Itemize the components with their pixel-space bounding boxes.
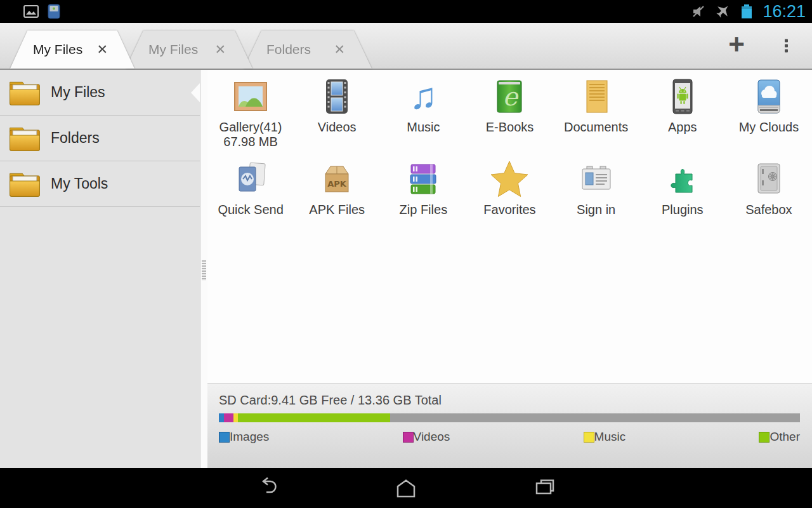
storage-legend: Images Videos Music Other	[219, 430, 800, 444]
grid-item-label: My Clouds	[739, 120, 799, 135]
svg-text:APK: APK	[327, 179, 347, 189]
grid-item-label: Music	[407, 120, 440, 135]
apk-files-icon: APK	[317, 159, 357, 199]
android-nav-bar	[0, 468, 812, 508]
music-icon: ♫	[403, 76, 443, 117]
tab-bar: My Files ✕ My Files ✕ Folders ✕ +	[0, 23, 812, 70]
grid-item-videos[interactable]: Videos	[294, 75, 380, 157]
documents-icon	[576, 76, 617, 117]
grid-item-apk-files[interactable]: APK APK Files	[294, 157, 380, 240]
home-button[interactable]	[395, 477, 417, 500]
folder-icon	[8, 169, 42, 199]
grid-item-sign-in[interactable]: Sign in	[553, 157, 639, 240]
grid-item-label: Safebox	[745, 203, 792, 217]
sign-in-icon	[576, 159, 617, 199]
grid-item-label: Plugins	[662, 203, 704, 217]
status-bar: 16:21	[0, 0, 812, 23]
sidebar-item-my-tools[interactable]: My Tools	[0, 161, 200, 207]
grid-item-label: E-Books	[486, 120, 534, 135]
gallery-icon	[230, 76, 271, 117]
apps-icon	[662, 76, 703, 117]
airplane-mode-icon	[714, 3, 731, 20]
grid-item-label: Videos	[318, 120, 357, 135]
grid-item-gallery[interactable]: Gallery(41) 67.98 MB	[207, 75, 294, 157]
storage-panel: SD Card:9.41 GB Free / 13.36 GB Total Im…	[207, 384, 812, 468]
close-icon[interactable]: ✕	[214, 42, 226, 57]
videos-icon	[317, 76, 357, 117]
sidebar-item-label: Folders	[51, 130, 100, 147]
grid-item-label: APK Files	[309, 203, 365, 217]
grid-item-zip-files[interactable]: Zip Files	[380, 157, 466, 240]
legend-label: Images	[230, 430, 269, 444]
sidebar-divider	[200, 70, 207, 468]
home-icon	[395, 477, 417, 500]
usb-device-notification-icon	[46, 3, 62, 20]
file-manager-app: 16:21 My Files ✕ My Files ✕ Folders ✕ +	[0, 0, 812, 508]
sidebar: My Files Folders My Tools	[0, 70, 200, 468]
storage-segment-images	[219, 413, 224, 422]
legend-item-other: Other	[759, 430, 800, 444]
storage-summary: SD Card:9.41 GB Free / 13.36 GB Total	[219, 393, 800, 408]
tab-folders[interactable]: Folders ✕	[244, 30, 372, 69]
grid-item-quick-send[interactable]: Quick Send	[207, 157, 294, 240]
quick-send-icon	[230, 159, 271, 199]
storage-segment-music	[233, 413, 238, 422]
safebox-icon	[749, 159, 789, 199]
grid-item-label: Apps	[668, 120, 697, 135]
storage-segment-videos	[224, 413, 233, 422]
close-icon[interactable]: ✕	[96, 42, 108, 57]
legend-label: Music	[594, 430, 626, 444]
grid-item-plugins[interactable]: Plugins	[639, 157, 726, 240]
grid-item-my-clouds[interactable]: My Clouds	[726, 75, 812, 157]
recents-icon	[534, 477, 556, 500]
gallery-notification-icon	[23, 3, 39, 20]
clock: 16:21	[763, 0, 806, 23]
storage-segment-free	[390, 413, 800, 422]
folder-icon	[8, 77, 42, 107]
plugins-icon	[662, 159, 703, 199]
legend-item-music: Music	[584, 430, 626, 444]
add-tab-button[interactable]: +	[726, 35, 747, 57]
grid-item-apps[interactable]: Apps	[639, 75, 726, 157]
grid-item-music[interactable]: ♫ Music	[380, 75, 466, 157]
mute-icon	[691, 4, 706, 19]
ebooks-icon: e	[489, 76, 530, 117]
overflow-menu-icon[interactable]	[782, 37, 790, 55]
sidebar-item-folders[interactable]: Folders	[0, 116, 200, 161]
sidebar-item-label: My Files	[51, 84, 105, 101]
grid-item-safebox[interactable]: Safebox	[726, 157, 812, 240]
tab-my-files-2[interactable]: My Files ✕	[126, 30, 252, 69]
close-icon[interactable]: ✕	[334, 42, 345, 57]
videos-swatch	[403, 432, 414, 443]
grid-item-favorites[interactable]: Favorites	[466, 157, 553, 240]
tab-label: Folders	[266, 42, 311, 57]
category-grid: Gallery(41) 67.98 MB	[207, 70, 812, 384]
grid-item-ebooks[interactable]: e E-Books	[466, 75, 553, 157]
grid-item-label: Zip Files	[400, 203, 448, 217]
zip-files-icon	[403, 159, 443, 199]
storage-usage-bar	[219, 413, 800, 422]
tab-my-files-1[interactable]: My Files ✕	[10, 30, 134, 69]
my-clouds-icon	[749, 76, 789, 117]
favorites-icon	[489, 159, 530, 199]
legend-item-videos: Videos	[403, 430, 450, 444]
grid-item-label: Documents	[564, 120, 628, 135]
back-button[interactable]	[256, 477, 278, 500]
legend-label: Other	[769, 430, 800, 444]
divider-drag-handle[interactable]	[202, 260, 206, 281]
sidebar-item-my-files[interactable]: My Files	[0, 70, 200, 116]
storage-segment-other	[238, 413, 390, 422]
grid-item-label: Gallery(41)	[219, 120, 282, 135]
grid-item-label: Quick Send	[218, 203, 283, 217]
tab-label: My Files	[148, 42, 198, 57]
recents-button[interactable]	[534, 477, 556, 500]
grid-item-label: Sign in	[577, 203, 615, 217]
other-swatch	[759, 432, 769, 443]
sidebar-item-label: My Tools	[51, 175, 108, 192]
tab-label: My Files	[33, 42, 82, 57]
folder-icon	[8, 123, 42, 153]
grid-item-documents[interactable]: Documents	[553, 75, 639, 157]
battery-icon	[739, 3, 754, 20]
legend-item-images: Images	[219, 430, 269, 444]
back-icon	[256, 477, 278, 500]
